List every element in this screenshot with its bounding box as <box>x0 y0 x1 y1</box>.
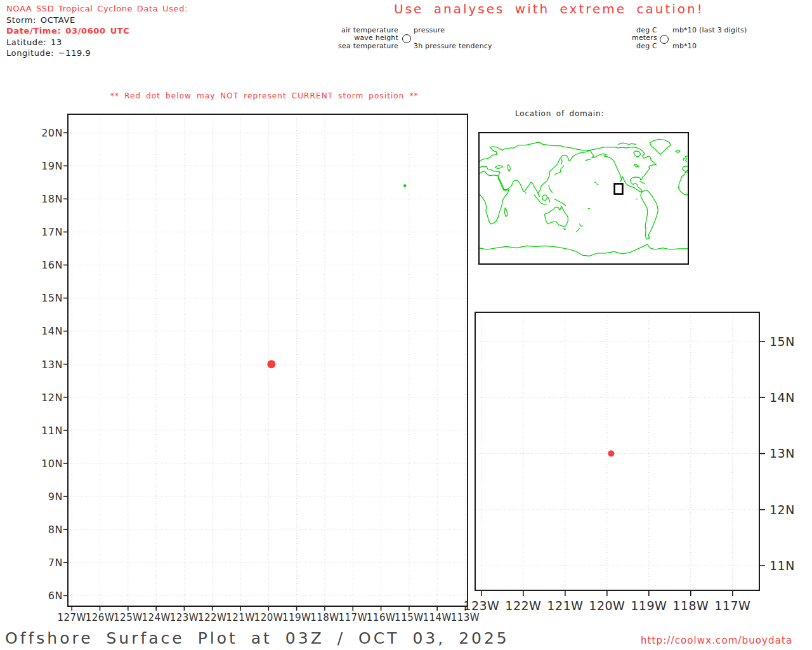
x-tick-label: 126W <box>86 612 114 623</box>
domain-location-rect <box>615 184 623 194</box>
x-tick-label: 116W <box>367 612 395 623</box>
coastline <box>479 171 500 176</box>
page-title: Offshore Surface Plot at 03Z / OCT 03, 2… <box>5 629 509 647</box>
coastline <box>634 164 639 167</box>
coastline <box>479 244 688 256</box>
coastline <box>479 176 509 224</box>
coastline <box>580 224 583 226</box>
coastline <box>548 197 550 202</box>
x-tick-label: 119W <box>282 612 311 623</box>
coastline <box>542 195 547 201</box>
x-tick-label: 124W <box>141 612 170 623</box>
storm-position-dot <box>608 451 614 457</box>
x-tick-label: 122W <box>505 599 541 613</box>
surface-observation-mark <box>403 184 406 187</box>
y-tick-label: 11N <box>769 559 795 573</box>
coastline <box>498 176 539 196</box>
y-tick-label: 7N <box>48 557 63 569</box>
x-tick-label: 117W <box>714 599 750 613</box>
y-tick-label: 8N <box>48 524 63 536</box>
x-tick-label: 121W <box>547 599 583 613</box>
y-tick-label: 17N <box>41 226 63 238</box>
x-tick-label: 113W <box>451 612 480 623</box>
x-tick-label: 125W <box>114 612 142 623</box>
x-tick-label: 115W <box>395 612 423 623</box>
source-url: http://coolwx.com/buoydata <box>641 635 792 646</box>
coastline <box>685 156 687 162</box>
y-tick-label: 14N <box>769 390 795 404</box>
main-surface-plot-border <box>68 114 468 606</box>
coastline <box>650 139 671 154</box>
y-tick-label: 18N <box>41 193 63 205</box>
coastline <box>479 147 514 162</box>
storm-position-dot <box>267 360 275 368</box>
coastline <box>504 208 508 216</box>
x-tick-label: 120W <box>254 612 283 623</box>
coastline <box>549 185 553 193</box>
coastline <box>541 204 546 204</box>
zoomed-surface-plot-border <box>475 312 759 590</box>
y-tick-label: 12N <box>41 392 63 404</box>
coastline <box>619 143 627 144</box>
coastline <box>627 143 636 145</box>
y-tick-label: 11N <box>41 425 63 437</box>
x-tick-label: 127W <box>57 612 86 623</box>
coastline <box>564 229 566 230</box>
y-tick-label: 15N <box>769 335 795 348</box>
x-tick-label: 123W <box>170 612 199 623</box>
coastline <box>639 182 645 183</box>
y-tick-label: 10N <box>41 458 63 470</box>
buoy-plot-page: NOAA SSD Tropical Cyclone Data Used: Sto… <box>0 0 812 650</box>
x-tick-label: 114W <box>422 612 451 623</box>
coastline <box>683 166 688 171</box>
x-tick-label: 120W <box>589 599 625 613</box>
coastline <box>545 206 568 227</box>
coastline <box>538 150 591 197</box>
coastline <box>525 192 526 193</box>
coastline <box>683 158 685 160</box>
plots-graphics: 127W126W125W124W123W122W121W120W119W118W… <box>0 0 812 650</box>
y-tick-label: 9N <box>48 491 63 503</box>
x-tick-label: 119W <box>631 599 667 613</box>
coastline <box>514 142 590 150</box>
coastline <box>678 172 688 195</box>
y-tick-label: 13N <box>41 359 63 371</box>
x-tick-label: 122W <box>198 612 226 623</box>
y-tick-label: 12N <box>769 503 795 517</box>
coastline <box>554 199 565 206</box>
y-tick-label: 14N <box>41 325 63 337</box>
coastline <box>596 184 598 185</box>
x-tick-label: 121W <box>226 612 254 623</box>
coastline <box>554 166 564 175</box>
coastline <box>586 159 591 160</box>
y-tick-label: 16N <box>41 259 63 271</box>
coastline <box>495 166 503 169</box>
coastline <box>641 190 658 239</box>
coastline <box>676 150 680 153</box>
y-tick-label: 6N <box>48 590 63 602</box>
x-tick-label: 123W <box>463 599 499 613</box>
x-tick-label: 118W <box>310 612 339 623</box>
x-tick-label: 117W <box>339 612 367 623</box>
coastline <box>576 229 580 232</box>
coastline <box>508 165 511 171</box>
coastline <box>561 159 562 164</box>
coastline <box>634 151 641 157</box>
y-tick-label: 15N <box>41 292 63 304</box>
coastline <box>479 166 500 172</box>
y-tick-label: 20N <box>41 127 63 139</box>
y-tick-label: 19N <box>41 160 63 172</box>
x-tick-label: 118W <box>672 599 709 613</box>
y-tick-label: 13N <box>769 446 795 460</box>
